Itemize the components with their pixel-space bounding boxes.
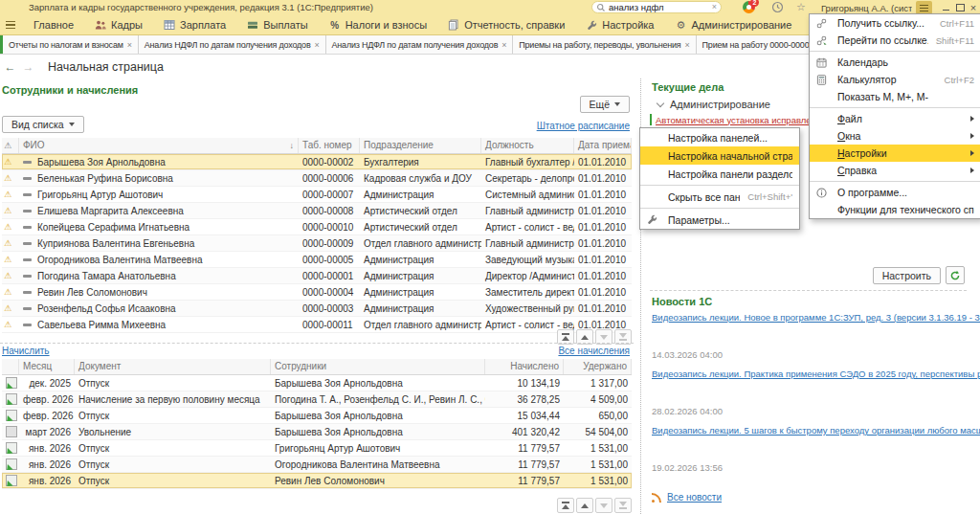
all-accruals-link[interactable]: Все начисления — [558, 346, 630, 356]
all-news-link[interactable]: Все новости — [667, 492, 722, 503]
main-menu-item-7[interactable]: Файл — [810, 110, 980, 127]
employee-row[interactable]: ⚠Григорьянц Артур Ашотович0000-00007Адми… — [2, 187, 632, 203]
main-menu-item-5[interactable]: Показать М, М+, М- — [810, 88, 980, 105]
employee-row[interactable]: ⚠Савельева Римма Михеевна0000-00011Отдел… — [2, 317, 632, 333]
news-link[interactable]: Видеозапись лекции. Практика применения … — [652, 369, 980, 379]
tab-close-icon[interactable]: × — [127, 40, 132, 50]
column-header-2: Подразделение — [360, 138, 481, 153]
search-input[interactable] — [606, 2, 712, 12]
menubar-item-4[interactable]: %Налоги и взносы — [319, 15, 438, 34]
accrual-row[interactable]: февр. 2026Начисление за первую половину … — [2, 391, 632, 408]
back-arrow-icon[interactable]: ← — [2, 58, 18, 75]
menubar-item-1[interactable]: Кадры — [84, 15, 153, 34]
employee-row[interactable]: ⚠Огородникова Валентина Матвеевна0000-00… — [2, 252, 632, 268]
context-menu-item-0[interactable]: Настройка панелей... — [640, 128, 799, 146]
view-list-button[interactable]: Вид списка — [2, 116, 84, 133]
main-menu-item-1[interactable]: Перейти по ссылке...Shift+F11 — [810, 32, 980, 49]
tab-close-icon[interactable]: × — [501, 40, 506, 50]
employee-name-cell: Беленькая Руфина Борисовна — [19, 173, 299, 184]
auto-patch-install-link[interactable]: Автоматическая установка исправлений — [656, 115, 826, 125]
close-button[interactable]: × — [967, 0, 980, 14]
employee-row[interactable]: ⚠Копейцева Серафима Игнатьевна0000-00010… — [2, 219, 632, 235]
employee-position: Секретарь - делопроизво... — [481, 173, 574, 184]
history-icon[interactable] — [771, 1, 784, 13]
menubar-item-7[interactable]: ⚙Администрирование — [664, 15, 802, 34]
main-menu-item-13[interactable]: Функции для технического специалиста... — [810, 201, 980, 218]
global-search[interactable]: × — [591, 1, 722, 13]
menubar-item-label: Зарплата — [180, 19, 226, 31]
employee-row[interactable]: ⚠Ревин Лев Соломонович0000-00004Админист… — [2, 284, 632, 301]
tab-label: Анализ НДФЛ по датам получения доходов — [145, 40, 311, 50]
context-menu-item-1[interactable]: Настройка начальной страницы... — [640, 146, 799, 165]
notification-badge: 2 — [750, 0, 759, 7]
employees-section-title: Сотрудники и начисления — [2, 84, 138, 96]
tab-close-icon[interactable]: × — [314, 40, 319, 50]
main-menu-item-3[interactable]: Календарь — [810, 54, 980, 71]
context-menu-item-2[interactable]: Настройка панели разделов... — [640, 165, 799, 183]
tab-3[interactable]: Приемы на работу, переводы, увольнения× — [513, 35, 696, 54]
news-link[interactable]: Видеозапись лекции. 5 шагов к быстрому п… — [652, 425, 980, 436]
employee-name: Елишева Маргарита Алексеевна — [37, 206, 184, 216]
accrual-row[interactable]: февр. 2026ОтпускБарышева Зоя Арнольдовна… — [2, 408, 632, 424]
employee-row[interactable]: ⚠Беленькая Руфина Борисовна0000-00006Кад… — [2, 170, 632, 187]
menubar-item-3[interactable]: Выплаты — [236, 15, 318, 34]
employee-department: Отдел главного администратора — [360, 238, 481, 249]
sections-burger-icon[interactable] — [0, 21, 23, 30]
tab-1[interactable]: Анализ НДФЛ по датам получения доходов× — [139, 35, 326, 54]
staffing-schedule-link[interactable]: Штатное расписание — [537, 121, 630, 131]
employee-row[interactable]: ⚠Куприянова Валентина Евгеньевна0000-000… — [2, 235, 632, 252]
context-menu-item-6[interactable]: Параметры... — [640, 211, 799, 229]
accrual-employees: Ревин Лев Соломонович — [271, 476, 485, 486]
configure-button[interactable]: Настроить — [873, 267, 941, 284]
maximize-button[interactable] — [953, 0, 967, 14]
document-icon-cell — [2, 475, 19, 486]
menubar-item-5[interactable]: Отчетность, справки — [437, 15, 575, 34]
menubar-item-2[interactable]: Зарплата — [153, 15, 236, 34]
employee-row[interactable]: ⚠Погодина Тамара Анатольевна0000-00001Ад… — [2, 268, 632, 284]
employee-row[interactable]: ⚠Елишева Маргарита Алексеевна0000-00008А… — [2, 203, 632, 219]
forward-arrow-icon[interactable]: → — [20, 58, 36, 75]
main-menu-item-4[interactable]: КалькуляторCtrl+F2 — [810, 71, 980, 88]
refresh-button[interactable] — [946, 266, 965, 284]
main-menu-item-12[interactable]: О программе... — [810, 184, 980, 201]
employee-name-cell: Огородникова Валентина Матвеевна — [19, 255, 299, 265]
menubar-item-6[interactable]: Настройка — [575, 15, 664, 34]
main-menu-item-10[interactable]: Справка — [810, 162, 980, 179]
employee-name-cell: Барышева Зоя Арнольдовна — [19, 157, 299, 168]
main-menu-item-0[interactable]: Получить ссылку...Ctrl+F11 — [810, 14, 980, 32]
todo-group-administration[interactable]: Администрирование — [657, 99, 770, 110]
main-menu-burger-icon[interactable] — [916, 1, 932, 14]
tab-0[interactable]: Отчеты по налогам и взносам× — [3, 35, 139, 54]
accrual-accrued: 10 134,19 — [485, 378, 564, 389]
scroll-to-bottom-button[interactable] — [614, 498, 632, 513]
accrual-row[interactable]: янв. 2026ОтпускГригорьянц Артур Ашотович… — [2, 440, 632, 457]
accrue-link[interactable]: Начислить — [2, 346, 50, 356]
news-link[interactable]: Видеозапись лекции. Новое в программе 1С… — [652, 312, 980, 323]
tab-2[interactable]: Анализ НДФЛ по датам получения доходов× — [326, 35, 514, 54]
employee-name: Беленькая Руфина Борисовна — [37, 173, 173, 184]
employee-row[interactable]: ⚠Розенфельд Софья Исааковна0000-00003Адм… — [2, 301, 632, 317]
employee-tab-number: 0000-00005 — [299, 255, 360, 265]
scroll-up-button[interactable] — [576, 498, 593, 513]
employee-row[interactable]: ⚠Барышева Зоя Арнольдовна0000-00002Бухга… — [2, 154, 632, 170]
scroll-to-top-button[interactable] — [557, 498, 574, 513]
accrual-row[interactable]: янв. 2026ОтпускОгородникова Валентина Ма… — [2, 457, 632, 473]
main-menu-item-8[interactable]: Окна — [810, 127, 980, 145]
accrual-row[interactable]: дек. 2025ОтпускБарышева Зоя Арнольдовна1… — [2, 375, 632, 391]
tab-close-icon[interactable]: × — [685, 40, 690, 50]
main-menu-item-label: Получить ссылку... — [837, 17, 932, 29]
column-label: ФИО — [23, 140, 45, 150]
main-menu-item-label: Настройки — [837, 147, 963, 159]
search-clear-icon[interactable]: × — [712, 3, 717, 11]
employee-state-icon — [23, 291, 32, 294]
more-button[interactable]: Ещё — [580, 96, 630, 113]
context-menu-item-4[interactable]: Скрыть все панелиCtrl+Shift+' — [640, 188, 799, 206]
search-icon — [596, 3, 606, 12]
scroll-down-button[interactable] — [595, 498, 612, 513]
accrual-row[interactable]: янв. 2026ОтпускРевин Лев Соломонович11 7… — [2, 473, 632, 489]
menubar-item-0[interactable]: Главное — [23, 15, 84, 34]
minimize-button[interactable] — [939, 0, 952, 14]
main-menu-item-9[interactable]: Настройки — [810, 145, 980, 162]
favorites-star-icon[interactable]: ☆ — [796, 0, 806, 13]
accrual-row[interactable]: март 2026УвольнениеБарышева Зоя Арнольдо… — [2, 424, 632, 440]
